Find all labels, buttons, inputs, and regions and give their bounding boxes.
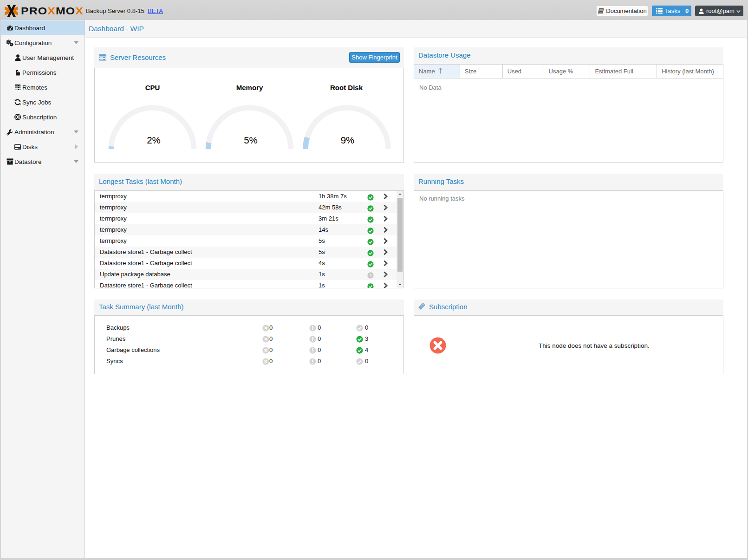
svg-text:Root Disk: Root Disk	[330, 84, 363, 91]
svg-text:CPU: CPU	[145, 84, 160, 91]
svg-text:?: ?	[369, 273, 372, 278]
svg-text:5%: 5%	[244, 135, 258, 145]
svg-text:9%: 9%	[341, 135, 355, 145]
svg-text:2%: 2%	[147, 135, 161, 145]
svg-text:PROXMOX: PROXMOX	[21, 5, 84, 16]
svg-text:Memory: Memory	[236, 84, 263, 91]
